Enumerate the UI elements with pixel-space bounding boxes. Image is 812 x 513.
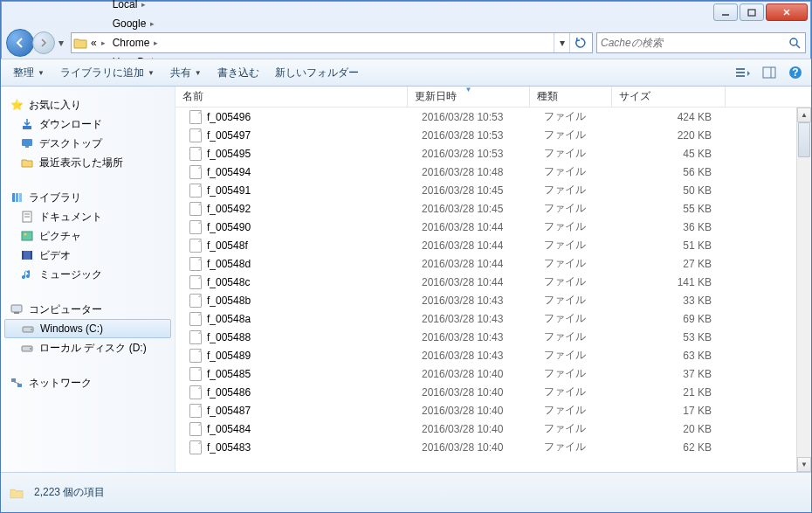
file-row[interactable]: f_0054832016/03/28 10:40ファイル62 KB [175, 438, 811, 456]
nav-favorites[interactable]: ⭐お気に入り [1, 95, 175, 114]
maximize-button[interactable] [740, 3, 764, 21]
back-button[interactable] [6, 29, 34, 57]
column-type[interactable]: 種類 [530, 87, 612, 107]
file-icon [189, 385, 202, 399]
nav-downloads[interactable]: ダウンロード [1, 114, 175, 134]
file-row[interactable]: f_0054922016/03/28 10:45ファイル55 KB [175, 199, 811, 218]
file-row[interactable]: f_0054892016/03/28 10:43ファイル63 KB [175, 346, 811, 364]
file-type: ファイル [537, 274, 619, 289]
nav-desktop[interactable]: デスクトップ [1, 134, 175, 153]
history-dropdown[interactable]: ▾ [55, 34, 67, 52]
nav-pictures[interactable]: ピクチャ [1, 226, 175, 246]
content-area: ⭐お気に入り ダウンロード デスクトップ 最近表示した場所 ライブラリ ドキュメ… [1, 87, 811, 472]
nav-documents[interactable]: ドキュメント [1, 207, 175, 226]
file-row[interactable]: f_0054912016/03/28 10:45ファイル50 KB [175, 181, 811, 199]
file-name: f_005497 [207, 129, 251, 142]
burn-button[interactable]: 書き込む [210, 62, 266, 84]
refresh-button[interactable] [569, 33, 590, 52]
breadcrumb-segment[interactable]: Chrome▸ [109, 33, 172, 52]
column-name[interactable]: 名前 [175, 87, 408, 107]
file-row[interactable]: f_0054852016/03/28 10:40ファイル37 KB [175, 364, 811, 383]
file-size: 220 KB [619, 129, 733, 142]
file-name: f_00548b [207, 295, 251, 307]
file-size: 424 KB [619, 111, 733, 123]
column-size[interactable]: サイズ [612, 87, 726, 107]
search-box[interactable] [596, 32, 806, 53]
svg-rect-14 [22, 139, 32, 146]
path-dropdown[interactable]: ▾ [554, 33, 569, 52]
file-date: 2016/03/28 10:53 [415, 129, 537, 142]
forward-button[interactable] [32, 31, 55, 54]
share-button[interactable]: 共有▼ [163, 62, 209, 84]
breadcrumb[interactable]: «▸ AppData▸Local▸Google▸Chrome▸User Data… [71, 32, 593, 53]
breadcrumb-segment[interactable]: Google▸ [109, 14, 172, 33]
close-button[interactable] [766, 3, 808, 21]
svg-rect-27 [11, 305, 22, 312]
file-date: 2016/03/28 10:44 [415, 221, 537, 233]
nav-libraries[interactable]: ライブラリ [1, 188, 175, 207]
file-row[interactable]: f_00548a2016/03/28 10:43ファイル69 KB [175, 309, 811, 328]
file-name: f_005483 [207, 441, 251, 454]
new-folder-button[interactable]: 新しいフォルダー [268, 62, 366, 84]
breadcrumb-overflow[interactable]: «▸ [87, 33, 109, 52]
file-row[interactable]: f_0054882016/03/28 10:43ファイル53 KB [175, 328, 811, 346]
svg-rect-1 [748, 10, 755, 16]
file-name: f_005492 [207, 203, 251, 215]
add-to-library-button[interactable]: ライブラリに追加▼ [53, 62, 162, 84]
file-row[interactable]: f_00548b2016/03/28 10:43ファイル33 KB [175, 291, 811, 309]
nav-network[interactable]: ネットワーク [1, 373, 175, 392]
nav-drive-c[interactable]: Windows (C:) [4, 319, 171, 338]
file-row[interactable]: f_0054972016/03/28 10:53ファイル220 KB [175, 126, 811, 144]
nav-buttons: ▾ [6, 29, 67, 57]
folder-icon [73, 36, 87, 50]
svg-rect-28 [14, 312, 19, 314]
file-row[interactable]: f_00548d2016/03/28 10:44ファイル27 KB [175, 254, 811, 273]
scroll-thumb[interactable] [798, 122, 810, 157]
svg-point-32 [30, 348, 31, 350]
preview-pane-button[interactable] [759, 62, 780, 83]
desktop-icon [20, 136, 34, 150]
breadcrumb-segment[interactable]: Local▸ [109, 0, 172, 14]
nav-computer[interactable]: コンピューター [1, 300, 175, 319]
view-options-button[interactable] [733, 62, 754, 83]
scrollbar[interactable]: ▲ ▼ [796, 107, 811, 472]
file-size: 20 KB [619, 423, 733, 435]
file-row[interactable]: f_0054952016/03/28 10:53ファイル45 KB [175, 144, 811, 163]
libraries-icon [10, 191, 24, 205]
column-date[interactable]: ▼更新日時 [408, 87, 530, 107]
file-row[interactable]: f_0054842016/03/28 10:40ファイル20 KB [175, 419, 811, 438]
file-row[interactable]: f_0054962016/03/28 10:53ファイル424 KB [175, 107, 811, 126]
file-row[interactable]: f_0054902016/03/28 10:44ファイル36 KB [175, 218, 811, 236]
search-icon[interactable] [788, 36, 802, 50]
nav-videos[interactable]: ビデオ [1, 246, 175, 265]
file-row[interactable]: f_0054872016/03/28 10:40ファイル17 KB [175, 401, 811, 419]
file-row[interactable]: f_00548c2016/03/28 10:44ファイル141 KB [175, 273, 811, 291]
scroll-down-button[interactable]: ▼ [797, 457, 811, 472]
file-icon [189, 404, 202, 418]
nav-music[interactable]: ミュージック [1, 265, 175, 284]
file-icon [189, 330, 202, 344]
help-button[interactable]: ? [785, 62, 806, 83]
file-size: 45 KB [619, 148, 733, 160]
music-icon [20, 267, 34, 281]
organize-button[interactable]: 整理▼ [6, 62, 52, 84]
search-input[interactable] [601, 37, 784, 49]
nav-recent[interactable]: 最近表示した場所 [1, 153, 175, 172]
minimize-button[interactable] [713, 3, 738, 21]
file-row[interactable]: f_00548f2016/03/28 10:44ファイル51 KB [175, 236, 811, 254]
svg-point-30 [31, 329, 32, 330]
scroll-up-button[interactable]: ▲ [797, 107, 811, 122]
svg-rect-34 [17, 384, 22, 387]
file-type: ファイル [537, 219, 619, 234]
svg-rect-6 [736, 68, 745, 70]
svg-rect-17 [16, 193, 18, 202]
file-type: ファイル [537, 183, 619, 198]
file-name: f_005495 [207, 148, 251, 160]
file-row[interactable]: f_0054942016/03/28 10:48ファイル56 KB [175, 163, 811, 181]
file-icon [189, 294, 202, 308]
file-row[interactable]: f_0054862016/03/28 10:40ファイル21 KB [175, 383, 811, 401]
file-type: ファイル [537, 403, 619, 418]
navigation-pane: ⭐お気に入り ダウンロード デスクトップ 最近表示した場所 ライブラリ ドキュメ… [1, 87, 175, 472]
explorer-window: ▾ «▸ AppData▸Local▸Google▸Chrome▸User Da… [0, 0, 812, 513]
nav-drive-d[interactable]: ローカル ディスク (D:) [1, 338, 175, 357]
